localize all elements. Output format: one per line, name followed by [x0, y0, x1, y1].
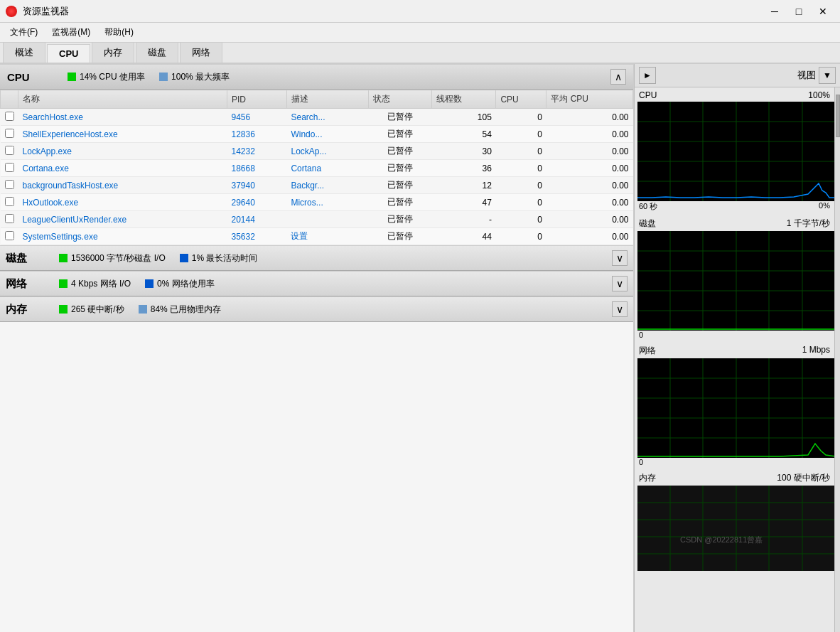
- disk-chart-label: 磁盘: [639, 218, 656, 230]
- disk-active-stat: 1% 最长活动时间: [180, 252, 258, 264]
- process-pid-value: 29640: [231, 198, 254, 208]
- tab-memory[interactable]: 内存: [92, 42, 134, 63]
- row-checkbox-cell: [1, 109, 18, 126]
- table-row: SystemSettings.exe 35632 设置 已暂停 44 0 0.0…: [1, 228, 633, 245]
- disk-section-header[interactable]: 磁盘 1536000 字节/秒磁盘 I/O 1% 最长活动时间 ∨: [0, 245, 633, 271]
- nav-back-button[interactable]: ►: [639, 67, 656, 84]
- network-chart-max: 1 Mbps: [802, 345, 830, 357]
- row-name: backgroundTaskHost.exe: [18, 177, 227, 194]
- memory-section-stats: 265 硬中断/秒 84% 已用物理内存: [59, 304, 612, 316]
- memory-expand-btn[interactable]: ∨: [612, 301, 628, 317]
- row-status: 已暂停: [368, 126, 431, 143]
- disk-io-icon: [59, 254, 68, 262]
- cpu-section-header[interactable]: CPU 14% CPU 使用率 100% 最大频率 ∧: [0, 64, 633, 90]
- row-avg-cpu: 0.00: [546, 126, 633, 143]
- network-section-header[interactable]: 网络 4 Kbps 网络 I/O 0% 网络使用率 ∨: [0, 271, 633, 296]
- col-status[interactable]: 状态: [368, 90, 431, 109]
- row-status: 已暂停: [368, 177, 431, 194]
- network-chart-header: 网络 1 Mbps: [637, 345, 831, 357]
- col-avg-cpu[interactable]: 平均 CPU: [546, 90, 633, 109]
- memory-section-title: 内存: [6, 303, 48, 316]
- col-threads[interactable]: 线程数: [431, 90, 496, 109]
- disk-io-stat: 1536000 字节/秒磁盘 I/O: [59, 252, 166, 264]
- disk-section-stats: 1536000 字节/秒磁盘 I/O 1% 最长活动时间: [59, 252, 612, 264]
- process-list: SearchHost.exe 9456 Search... 已暂停 105 0 …: [1, 109, 633, 245]
- row-checkbox[interactable]: [5, 112, 14, 121]
- disk-expand-btn[interactable]: ∨: [612, 250, 628, 266]
- process-name-link[interactable]: SystemSettings.exe: [23, 232, 98, 242]
- process-name-link[interactable]: HxOutlook.exe: [23, 198, 79, 208]
- row-checkbox[interactable]: [5, 129, 14, 138]
- cpu-chart-max: 100%: [808, 90, 830, 100]
- process-name-link[interactable]: LeagueClientUxRender.exe: [23, 215, 127, 225]
- col-pid[interactable]: PID: [227, 90, 286, 109]
- tab-cpu[interactable]: CPU: [47, 44, 90, 63]
- right-scrollbar[interactable]: [834, 87, 840, 632]
- title-bar: 资源监视器 ─ □ ✕: [0, 0, 840, 23]
- network-section-title: 网络: [6, 277, 48, 291]
- row-avg-cpu: 0.00: [546, 177, 633, 194]
- network-section-stats: 4 Kbps 网络 I/O 0% 网络使用率: [59, 278, 612, 290]
- cpu-chart-footer: 60 秒 0%: [637, 201, 831, 212]
- process-pid-value: 14232: [231, 146, 254, 156]
- col-cpu[interactable]: CPU: [496, 90, 546, 109]
- row-checkbox[interactable]: [5, 231, 14, 240]
- tab-network[interactable]: 网络: [180, 42, 222, 63]
- row-checkbox[interactable]: [5, 197, 14, 206]
- close-button[interactable]: ✕: [812, 3, 834, 20]
- process-name-link[interactable]: ShellExperienceHost.exe: [23, 129, 118, 139]
- row-checkbox-cell: [1, 126, 18, 143]
- col-desc[interactable]: 描述: [286, 90, 368, 109]
- charts-container: CPU 100%: [635, 87, 840, 632]
- process-name-link[interactable]: backgroundTaskHost.exe: [23, 181, 119, 191]
- table-row: ShellExperienceHost.exe 12836 Windo... 已…: [1, 126, 633, 143]
- disk-io-label: 1536000 字节/秒磁盘 I/O: [71, 252, 166, 264]
- col-name[interactable]: 名称: [18, 90, 227, 109]
- chart-section: CPU 100%: [635, 87, 834, 632]
- menu-help[interactable]: 帮助(H): [97, 23, 141, 41]
- cpu-usage-icon: [68, 73, 76, 81]
- process-name-link[interactable]: Cortana.exe: [23, 164, 69, 173]
- network-expand-btn[interactable]: ∨: [612, 276, 628, 291]
- process-desc-value: Micros...: [291, 198, 323, 208]
- memory-used-label: 84% 已用物理内存: [151, 304, 221, 316]
- cpu-usage-label: 14% CPU 使用率: [80, 71, 145, 83]
- right-toolbar: ► 视图 ▼: [635, 64, 840, 87]
- scroll-thumb[interactable]: [836, 95, 840, 137]
- row-status: 已暂停: [368, 160, 431, 177]
- cpu-freq-icon: [159, 73, 168, 81]
- row-desc: [286, 211, 368, 228]
- row-checkbox[interactable]: [5, 163, 14, 172]
- cpu-section-stats: 14% CPU 使用率 100% 最大频率: [68, 71, 603, 83]
- view-dropdown-button[interactable]: ▼: [819, 67, 836, 84]
- row-checkbox[interactable]: [5, 146, 14, 155]
- cpu-expand-btn[interactable]: ∧: [610, 69, 626, 85]
- minimize-button[interactable]: ─: [763, 3, 786, 20]
- main-layout: CPU 14% CPU 使用率 100% 最大频率 ∧ 名称: [0, 64, 840, 632]
- memory-section-header[interactable]: 内存 265 硬中断/秒 84% 已用物理内存 ∨: [0, 296, 633, 322]
- col-checkbox[interactable]: [1, 90, 18, 109]
- maximize-button[interactable]: □: [787, 3, 810, 20]
- process-name-link[interactable]: SearchHost.exe: [23, 112, 83, 122]
- row-name: ShellExperienceHost.exe: [18, 126, 227, 143]
- row-desc: LockAp...: [286, 143, 368, 160]
- process-desc-value: Search...: [291, 112, 325, 122]
- menu-file[interactable]: 文件(F): [3, 23, 45, 41]
- row-checkbox[interactable]: [5, 214, 14, 223]
- title-bar-left: 资源监视器: [6, 5, 69, 18]
- tab-overview[interactable]: 概述: [3, 42, 45, 63]
- menu-monitor[interactable]: 监视器(M): [45, 23, 97, 41]
- window-title: 资源监视器: [23, 5, 69, 18]
- disk-chart-header: 磁盘 1 千字节/秒: [637, 218, 831, 230]
- cpu-section-title: CPU: [7, 71, 50, 83]
- memory-used-icon: [139, 305, 147, 314]
- cpu-freq-label: 100% 最大频率: [171, 71, 230, 83]
- process-name-link[interactable]: LockApp.exe: [23, 146, 72, 156]
- row-checkbox[interactable]: [5, 180, 14, 189]
- tab-disk[interactable]: 磁盘: [136, 42, 178, 63]
- row-name: LockApp.exe: [18, 143, 227, 160]
- process-desc-value: Windo...: [291, 129, 322, 139]
- row-desc: Backgr...: [286, 177, 368, 194]
- row-cpu: 0: [496, 126, 546, 143]
- row-desc: Windo...: [286, 126, 368, 143]
